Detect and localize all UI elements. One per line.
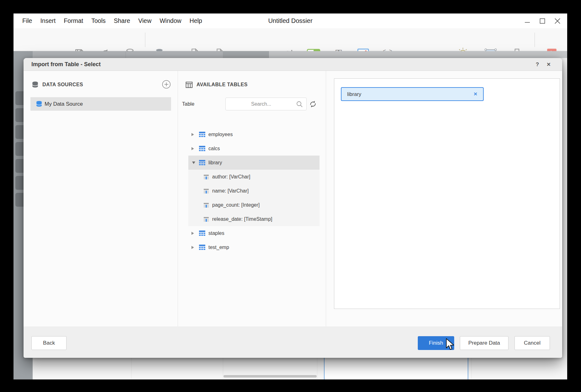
search-input[interactable] [228,98,294,110]
column-icon [203,202,209,208]
app-window: File Insert Format Tools Share View Wind… [13,13,567,379]
window-controls [523,13,562,28]
cancel-button[interactable]: Cancel [514,336,550,350]
table-icon [199,244,206,251]
toolbar-separator [535,33,535,47]
available-tables-title: AVAILABLE TABLES [196,82,248,87]
import-table-dialog: Import from Table - Select ? ✕ DATA SOUR… [24,58,562,358]
column-icon [203,188,209,194]
close-icon[interactable] [553,17,562,25]
table-label: staples [208,230,224,236]
menu-format[interactable]: Format [60,17,87,24]
chip-remove-icon[interactable]: ✕ [473,91,477,97]
menu-share[interactable]: Share [110,17,134,24]
expand-icon[interactable] [191,146,196,151]
table-search [225,98,307,110]
chip-label: library [347,91,473,97]
prepare-data-button[interactable]: Prepare Data [460,336,508,350]
table-label: calcs [208,146,220,151]
column-label: page_count: [Integer] [212,202,260,208]
dialog-header: Import from Table - Select ? ✕ [24,58,562,71]
toolbar: T < >HTML [13,28,567,51]
dialog-footer: Back Finish Prepare Data Cancel [24,326,562,358]
expand-icon[interactable] [191,231,196,236]
column-label: name: [VarChar] [212,188,249,194]
menu-help[interactable]: Help [186,17,206,24]
table-icon [199,159,206,166]
dialog-close-icon[interactable]: ✕ [544,58,553,71]
desktop-background: File Insert Format Tools Share View Wind… [0,0,581,392]
menu-view[interactable]: View [134,17,156,24]
expand-icon[interactable] [191,132,196,137]
panel-divider [178,71,178,326]
search-icon[interactable] [296,100,303,109]
document-title: Untitled Dossier [268,13,312,28]
column-row-release-date[interactable]: release_date: [TimeStamp] [188,212,320,226]
table-icon [199,145,206,152]
panel-divider [326,71,326,326]
horizontal-scrollbar[interactable] [223,375,317,378]
table-row-library-selected[interactable]: library [188,156,320,170]
column-icon [203,174,209,180]
column-row-name[interactable]: name: [VarChar] [188,184,320,198]
menu-bar: File Insert Format Tools Share View Wind… [13,13,567,28]
data-source-item-my-data-source[interactable]: My Data Source [30,97,171,111]
data-sources-title: DATA SOURCES [42,82,83,87]
table-row-employees[interactable]: employees [188,127,320,141]
expand-icon[interactable] [191,245,196,250]
minimize-icon[interactable] [523,17,531,25]
toolbar-separator [145,33,145,47]
table-grid-icon [185,81,193,89]
table-filter-label: Table [182,98,194,110]
back-button[interactable]: Back [31,336,67,350]
database-icon-blue [35,100,43,108]
column-row-author[interactable]: author: [VarChar] [188,170,320,184]
table-row-staples[interactable]: staples [188,226,320,240]
column-label: release_date: [TimeStamp] [212,216,272,222]
table-label: test_emp [208,245,229,250]
column-row-page-count[interactable]: page_count: [Integer] [188,198,320,212]
table-icon [199,230,206,237]
menu-file[interactable]: File [18,17,36,24]
refresh-tables-icon[interactable] [309,100,317,109]
data-source-label: My Data Source [45,101,83,107]
collapse-icon[interactable] [191,161,196,165]
database-icon [31,81,39,88]
add-data-source-button[interactable] [162,80,171,89]
column-label: author: [VarChar] [212,174,250,180]
column-icon [203,216,209,222]
help-icon[interactable]: ? [533,58,542,71]
selected-table-chip-library[interactable]: library ✕ [341,87,484,101]
available-tables-header: AVAILABLE TABLES [185,80,248,89]
panel-header-strip [33,51,567,58]
dialog-title: Import from Table - Select [31,58,101,71]
table-label: library [208,160,222,166]
menu-tools[interactable]: Tools [87,17,110,24]
menu-window[interactable]: Window [155,17,185,24]
maximize-icon[interactable] [538,17,546,25]
table-icon [199,131,206,138]
menu-insert[interactable]: Insert [36,17,60,24]
dialog-body: DATA SOURCES My Data Source AVAILABLE TA… [24,71,562,326]
table-row-test-emp[interactable]: test_emp [188,240,320,254]
table-label: employees [208,132,233,137]
table-row-calcs[interactable]: calcs [188,141,320,156]
data-sources-header: DATA SOURCES [31,80,83,89]
selected-tables-panel: library ✕ [334,78,560,309]
mouse-cursor [446,338,455,352]
